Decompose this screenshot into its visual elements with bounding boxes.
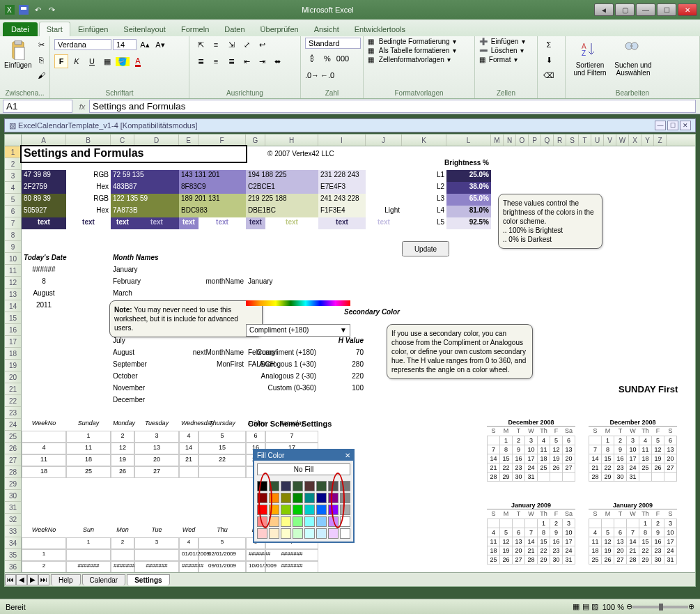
fill-color-button[interactable]: 🪣 bbox=[116, 54, 130, 68]
col-header[interactable]: R bbox=[554, 135, 566, 146]
week-cell[interactable]: 09/01/2009 bbox=[199, 561, 246, 573]
week-cell[interactable]: 1 bbox=[66, 431, 111, 443]
color-swatch[interactable] bbox=[316, 528, 327, 539]
brightness-value[interactable]: 38.0% bbox=[446, 182, 491, 194]
color-cell[interactable]: 7A873B bbox=[111, 206, 179, 217]
view-layout-icon[interactable]: ▤ bbox=[582, 602, 589, 611]
text-sample-cell[interactable]: text bbox=[66, 217, 111, 229]
tab-data[interactable]: Daten bbox=[217, 22, 252, 36]
merge-icon[interactable]: ⬌ bbox=[270, 54, 284, 68]
col-header[interactable]: D bbox=[134, 135, 179, 146]
color-swatch[interactable] bbox=[328, 528, 339, 539]
format-painter-icon[interactable]: 🖌 bbox=[34, 68, 48, 82]
week-cell[interactable]: ####### bbox=[179, 561, 199, 573]
today-value[interactable]: ###### bbox=[22, 265, 66, 277]
week-header[interactable]: WeekNo bbox=[22, 525, 66, 537]
format-as-table-button[interactable]: ▦ Als Tabelle formatieren ▾ bbox=[368, 47, 456, 54]
col-header[interactable]: X bbox=[629, 135, 641, 146]
tab-last-icon[interactable]: ⏭ bbox=[38, 574, 49, 585]
color-swatch[interactable] bbox=[257, 493, 267, 503]
row-header[interactable]: 27 bbox=[5, 454, 21, 466]
paste-button[interactable]: Einfügen bbox=[4, 38, 31, 69]
col-header[interactable]: Y bbox=[641, 135, 654, 146]
color-swatch[interactable] bbox=[293, 481, 303, 491]
comma-icon[interactable]: 000 bbox=[336, 52, 350, 66]
week-cell[interactable]: 20 bbox=[134, 454, 179, 466]
secondary-color-header[interactable]: Secondary Color bbox=[246, 307, 402, 319]
col-header[interactable]: G bbox=[246, 135, 265, 146]
color-cell[interactable]: RGB bbox=[66, 194, 111, 206]
color-cell[interactable]: F1F3E4 bbox=[318, 206, 366, 217]
color-swatch[interactable] bbox=[328, 516, 339, 527]
color-swatch[interactable] bbox=[340, 528, 350, 539]
row-header[interactable]: 21 bbox=[5, 383, 21, 395]
brightness-value[interactable]: 65.0% bbox=[446, 194, 491, 206]
row-header[interactable]: 28 bbox=[5, 466, 21, 478]
color-swatch[interactable] bbox=[293, 493, 303, 503]
color-swatch[interactable] bbox=[316, 493, 327, 503]
tab-review[interactable]: Überprüfen bbox=[253, 22, 306, 36]
view-pagebreak-icon[interactable]: ▨ bbox=[591, 602, 598, 611]
hvalue-value[interactable]: 100 bbox=[318, 383, 366, 395]
week-cell[interactable]: 22 bbox=[199, 454, 246, 466]
col-header[interactable]: U bbox=[591, 135, 604, 146]
color-swatch[interactable] bbox=[269, 493, 279, 503]
brightness-label[interactable]: L2 bbox=[402, 182, 446, 194]
row-header[interactable]: 20 bbox=[5, 371, 21, 383]
hvalue-label[interactable]: Analogous 2 (-30) bbox=[246, 371, 318, 383]
row-header[interactable]: 25 bbox=[5, 431, 21, 443]
row-header[interactable]: 5 bbox=[5, 194, 21, 206]
currency-icon[interactable]: ₿ bbox=[305, 52, 319, 66]
color-cell[interactable]: RGB bbox=[66, 170, 111, 182]
nextmonth-label[interactable]: nextMonthName bbox=[179, 348, 246, 360]
col-header[interactable]: Q bbox=[541, 135, 554, 146]
decrease-indent-icon[interactable]: ⇤ bbox=[240, 54, 254, 68]
week-cell[interactable]: 26 bbox=[111, 466, 134, 478]
week-cell[interactable]: 1 bbox=[22, 549, 66, 561]
view-normal-icon[interactable]: ▦ bbox=[573, 602, 580, 611]
week-cell[interactable] bbox=[22, 537, 66, 549]
color-swatch[interactable] bbox=[340, 493, 350, 503]
row-header[interactable]: 7 bbox=[5, 217, 21, 229]
text-sample-cell[interactable]: text bbox=[366, 217, 402, 229]
color-swatch[interactable] bbox=[328, 493, 339, 503]
week-cell[interactable]: 12 bbox=[111, 443, 134, 454]
underline-button[interactable]: U bbox=[85, 54, 99, 68]
text-sample-cell[interactable]: text bbox=[22, 217, 66, 229]
next-window-button[interactable]: ▢ bbox=[615, 3, 635, 16]
color-swatch[interactable] bbox=[304, 528, 315, 539]
week-header[interactable]: Tuesday bbox=[134, 419, 179, 431]
row-header[interactable]: 34 bbox=[5, 537, 21, 549]
col-header[interactable]: V bbox=[604, 135, 616, 146]
row-header[interactable]: 16 bbox=[5, 324, 21, 336]
week-cell[interactable] bbox=[66, 549, 111, 561]
find-select-button[interactable]: Suchen und Auswählen bbox=[613, 38, 653, 77]
color-cell[interactable]: Hex bbox=[66, 206, 111, 217]
col-header[interactable]: O bbox=[516, 135, 529, 146]
color-cell[interactable]: Light bbox=[366, 206, 402, 217]
color-swatch[interactable] bbox=[293, 505, 303, 515]
mdi-close-button[interactable]: ✕ bbox=[680, 121, 691, 130]
col-header[interactable]: Z bbox=[654, 135, 667, 146]
decrease-font-icon[interactable]: A▾ bbox=[153, 38, 167, 52]
sort-filter-button[interactable]: AZ Sortieren und Filtern bbox=[570, 38, 610, 77]
row-header[interactable]: 32 bbox=[5, 514, 21, 525]
align-bottom-icon[interactable]: ⇲ bbox=[224, 38, 238, 52]
cut-icon[interactable]: ✂ bbox=[34, 38, 48, 52]
color-swatch[interactable] bbox=[257, 505, 267, 515]
fill-color-popup[interactable]: Fill Color✕No Fill bbox=[253, 449, 355, 543]
monfirst-label[interactable]: MonFirst bbox=[179, 360, 246, 371]
save-icon[interactable] bbox=[18, 4, 29, 15]
color-swatch[interactable] bbox=[293, 528, 303, 539]
delete-cells-button[interactable]: ➖ Löschen ▾ bbox=[479, 47, 525, 54]
week-cell[interactable]: 14 bbox=[179, 443, 199, 454]
week-cell[interactable]: 13 bbox=[134, 443, 179, 454]
row-header[interactable]: 4 bbox=[5, 182, 21, 194]
week-cell[interactable]: 4 bbox=[179, 431, 199, 443]
autosum-icon[interactable]: Σ bbox=[542, 38, 556, 52]
hvalue-label[interactable]: Analogous 1 (+30) bbox=[246, 360, 318, 371]
color-swatch[interactable] bbox=[304, 516, 315, 527]
brightness-value[interactable]: 81.0% bbox=[446, 206, 491, 217]
week-cell[interactable] bbox=[179, 466, 199, 478]
col-header[interactable]: I bbox=[318, 135, 366, 146]
